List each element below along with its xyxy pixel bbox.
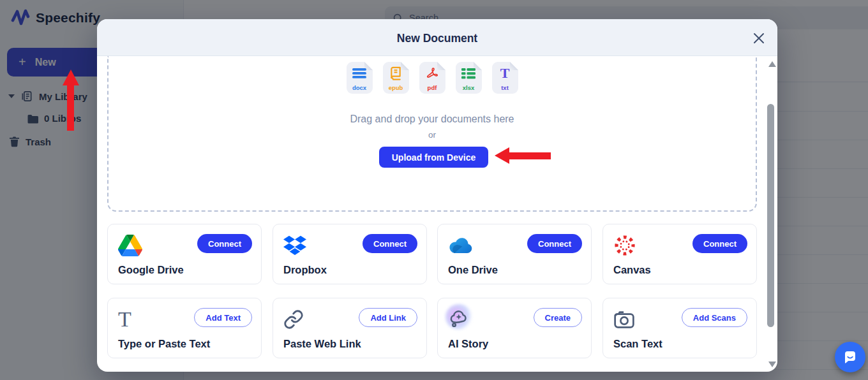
integration-name: Type or Paste Text (118, 338, 210, 350)
epub-file-icon: epub (383, 62, 409, 94)
annotation-arrow-left-head (495, 147, 509, 164)
chat-widget-button[interactable] (835, 342, 865, 372)
integration-name: One Drive (448, 264, 498, 276)
annotation-arrow-up-shaft (67, 84, 74, 131)
drop-zone[interactable]: docx epub pdf xlsx (107, 56, 757, 212)
integration-card-paste-web-link[interactable]: Add Link Paste Web Link (273, 298, 427, 358)
add-link-button[interactable]: Add Link (359, 308, 417, 327)
integration-card-canvas[interactable]: Connect Canvas (602, 224, 757, 284)
scroll-down-icon[interactable] (768, 362, 776, 367)
connect-button[interactable]: Connect (197, 234, 252, 253)
camera-icon (613, 310, 635, 329)
txt-file-icon: T txt (492, 62, 518, 94)
dropzone-prompt: Drag and drop your documents here (108, 113, 756, 125)
canvas-icon (613, 234, 636, 257)
close-icon[interactable] (752, 32, 765, 45)
dropbox-icon (283, 235, 306, 256)
scroll-up-icon[interactable] (768, 61, 776, 67)
ai-story-icon (448, 309, 470, 330)
upload-from-device-button[interactable]: Upload from Device (379, 147, 488, 168)
integration-name: Paste Web Link (283, 338, 361, 350)
integration-card-google-drive[interactable]: Connect Google Drive (107, 224, 262, 284)
integration-card-ai-story[interactable]: Create AI Story (437, 298, 592, 358)
annotation-arrow-left-shaft (508, 152, 551, 159)
add-text-button[interactable]: Add Text (194, 308, 252, 327)
docx-file-icon: docx (347, 62, 373, 94)
integration-name: Dropbox (283, 264, 327, 276)
chat-bubble-icon (842, 349, 858, 365)
onedrive-icon (448, 237, 472, 254)
integration-name: AI Story (448, 338, 488, 350)
integration-card-dropbox[interactable]: Connect Dropbox (273, 224, 427, 284)
new-document-modal: New Document docx epub pdf (97, 19, 777, 372)
integration-card-one-drive[interactable]: Connect One Drive (437, 224, 592, 284)
add-scans-button[interactable]: Add Scans (682, 308, 747, 327)
create-button[interactable]: Create (534, 308, 582, 327)
google-drive-icon (118, 235, 142, 256)
connect-button[interactable]: Connect (527, 234, 582, 253)
text-icon: T (118, 307, 144, 332)
modal-title: New Document (97, 32, 777, 45)
pdf-file-icon: pdf (419, 62, 445, 94)
link-icon (283, 309, 304, 330)
xlsx-file-icon: xlsx (456, 62, 482, 94)
connect-button[interactable]: Connect (363, 234, 417, 253)
integration-card-type-or-paste-text[interactable]: T Add Text Type or Paste Text (107, 298, 262, 358)
scrollbar-thumb[interactable] (767, 104, 774, 327)
connect-button[interactable]: Connect (692, 234, 747, 253)
integration-name: Scan Text (613, 338, 662, 350)
speechify-app: Search 0 2 2 2 26 23 23 8 7 7 7 (0, 0, 868, 380)
integration-name: Google Drive (118, 264, 184, 276)
integration-card-scan-text[interactable]: Add Scans Scan Text (602, 298, 757, 358)
file-type-icons: docx epub pdf xlsx (108, 62, 756, 94)
dropzone-or: or (108, 130, 756, 140)
integration-name: Canvas (613, 264, 651, 276)
